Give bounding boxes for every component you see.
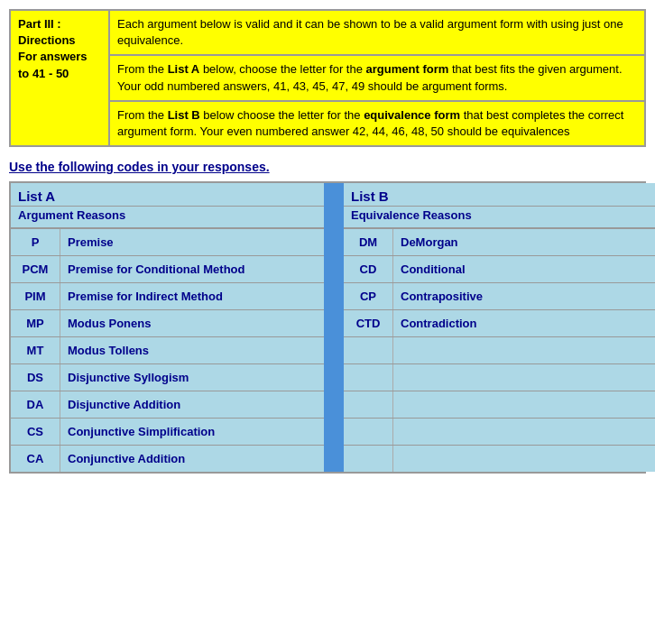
list-item: CP Contrapositive: [344, 283, 655, 310]
lists-wrapper: List A Argument Reasons P Premise PCM Pr…: [9, 181, 646, 474]
list-a-desc-cs: Conjunctive Simplification: [60, 419, 222, 445]
list-item: DA Disjunctive Addition: [11, 391, 324, 419]
list-b-code-dm: DM: [344, 229, 393, 255]
list-item-empty: [344, 446, 655, 472]
directions-row2: From the List A below, choose the letter…: [109, 55, 645, 100]
list-b-title: List B: [344, 183, 655, 207]
list-b-subtitle: Equivalence Reasons: [344, 207, 655, 229]
list-b-code-ctd: CTD: [344, 310, 393, 336]
list-item-empty: [344, 364, 655, 391]
list-a-desc-pim: Premise for Indirect Method: [60, 283, 230, 309]
directions-row1: Each argument below is valid and it can …: [109, 10, 645, 55]
list-a-code-cs: CS: [11, 419, 60, 445]
list-b: List B Equivalence Reasons DM DeMorgan C…: [344, 183, 655, 472]
list-a-code-mt: MT: [11, 337, 60, 363]
list-a-desc-mp: Modus Ponens: [60, 310, 158, 336]
list-item: CTD Contradiction: [344, 310, 655, 337]
list-a-code-p: P: [11, 229, 60, 255]
list-a-code-ca: CA: [11, 446, 60, 472]
list-item: CS Conjunctive Simplification: [11, 419, 324, 446]
list-item: DM DeMorgan: [344, 229, 655, 256]
list-a-title: List A: [11, 183, 324, 207]
list-item: MT Modus Tollens: [11, 337, 324, 364]
use-heading: Use the following codes in your response…: [9, 160, 646, 174]
list-a-desc-mt: Modus Tollens: [60, 337, 156, 363]
list-b-code-cd: CD: [344, 256, 393, 282]
directions-row3: From the List B below choose the letter …: [109, 101, 645, 146]
list-item: CA Conjunctive Addition: [11, 446, 324, 472]
list-a: List A Argument Reasons P Premise PCM Pr…: [11, 183, 328, 472]
list-a-desc-pcm: Premise for Conditional Method: [60, 256, 252, 282]
list-b-desc-dm: DeMorgan: [393, 229, 466, 255]
list-b-desc-cp: Contrapositive: [393, 283, 490, 309]
list-item-empty: [344, 391, 655, 419]
list-a-desc-ds: Disjunctive Syllogism: [60, 364, 196, 391]
directions-table: Part III :DirectionsFor answersto 41 - 5…: [9, 9, 646, 147]
list-a-desc-da: Disjunctive Addition: [60, 391, 188, 418]
list-item: CD Conditional: [344, 256, 655, 283]
list-a-code-da: DA: [11, 391, 60, 418]
list-item: P Premise: [11, 229, 324, 256]
list-b-desc-cd: Conditional: [393, 256, 473, 282]
list-b-code-cp: CP: [344, 283, 393, 309]
list-item-empty: [344, 419, 655, 446]
part-label: Part III :DirectionsFor answersto 41 - 5…: [10, 10, 109, 146]
list-item-empty: [344, 337, 655, 364]
list-item: DS Disjunctive Syllogism: [11, 364, 324, 391]
list-a-subtitle: Argument Reasons: [11, 207, 324, 229]
list-item: MP Modus Ponens: [11, 310, 324, 337]
list-item: PCM Premise for Conditional Method: [11, 256, 324, 283]
list-item: PIM Premise for Indirect Method: [11, 283, 324, 310]
list-a-code-pcm: PCM: [11, 256, 60, 282]
blue-divider: [328, 183, 344, 472]
list-b-desc-ctd: Contradiction: [393, 310, 484, 336]
list-a-desc-p: Premise: [60, 229, 121, 255]
list-a-code-ds: DS: [11, 364, 60, 391]
list-a-code-pim: PIM: [11, 283, 60, 309]
list-a-code-mp: MP: [11, 310, 60, 336]
list-a-desc-ca: Conjunctive Addition: [60, 446, 192, 472]
